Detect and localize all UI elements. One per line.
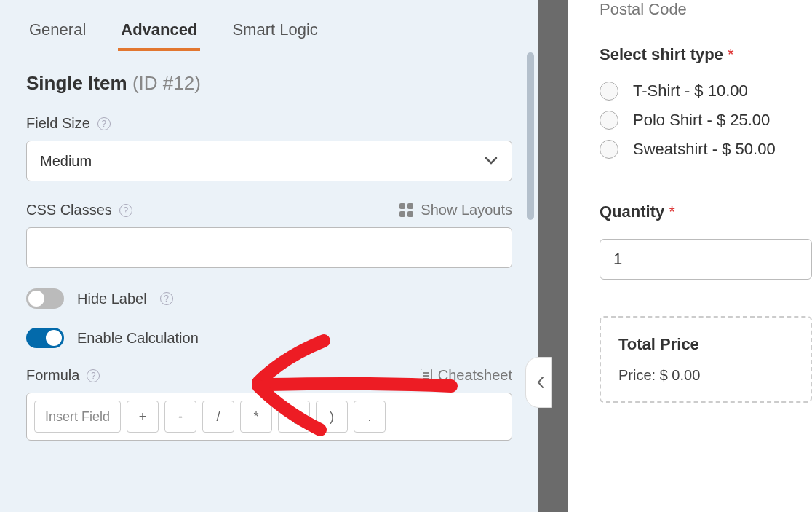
op-multiply-button[interactable]: *: [240, 401, 272, 433]
shirt-type-options: T-Shirt - $ 10.00 Polo Shirt - $ 25.00 S…: [600, 82, 812, 159]
show-layouts-button[interactable]: Show Layouts: [399, 202, 512, 218]
quantity-label: Quantity*: [600, 202, 812, 221]
radio-label: T-Shirt - $ 10.00: [633, 82, 748, 101]
panel-divider: [538, 0, 568, 512]
op-plus-button[interactable]: +: [127, 401, 159, 433]
cheatsheet-label: Cheatsheet: [438, 367, 512, 384]
section-id: (ID #12): [132, 72, 201, 94]
chevron-left-icon: [536, 375, 545, 390]
op-rparen-button[interactable]: ): [316, 401, 348, 433]
tabs: General Advanced Smart Logic: [26, 0, 512, 50]
tab-general[interactable]: General: [26, 15, 89, 50]
quantity-input[interactable]: [600, 239, 812, 280]
scrollbar[interactable]: [527, 52, 534, 220]
cheatsheet-link[interactable]: Cheatsheet: [421, 367, 512, 384]
op-divide-button[interactable]: /: [202, 401, 234, 433]
shirt-type-label: Select shirt type*: [600, 45, 812, 64]
insert-field-button[interactable]: Insert Field: [34, 401, 121, 433]
total-price: Price: $ 0.00: [618, 367, 793, 384]
total-price-box: Total Price Price: $ 0.00: [600, 316, 812, 403]
enable-calculation-toggle[interactable]: [26, 328, 64, 348]
help-icon[interactable]: ?: [87, 369, 100, 382]
radio-sweatshirt[interactable]: Sweatshirt - $ 50.00: [600, 140, 812, 159]
field-size-select[interactable]: Medium: [26, 141, 512, 181]
radio-polo[interactable]: Polo Shirt - $ 25.00: [600, 111, 812, 130]
document-icon: [421, 369, 432, 383]
radio-label: Sweatshirt - $ 50.00: [633, 140, 776, 159]
radio-label: Polo Shirt - $ 25.00: [633, 111, 770, 130]
section-name: Single Item: [26, 72, 127, 94]
formula-toolbar: Insert Field + - / * ( ) .: [26, 393, 512, 441]
grid-icon: [399, 203, 413, 217]
enable-calculation-text: Enable Calculation: [77, 330, 199, 347]
postal-code-label: Postal Code: [600, 0, 812, 19]
help-icon[interactable]: ?: [119, 204, 132, 217]
preview-panel: Postal Code Select shirt type* T-Shirt -…: [568, 0, 812, 512]
op-minus-button[interactable]: -: [164, 401, 196, 433]
formula-label: Formula: [26, 367, 79, 384]
op-dot-button[interactable]: .: [354, 401, 386, 433]
hide-label-toggle[interactable]: [26, 288, 64, 309]
css-classes-label: CSS Classes: [26, 202, 112, 218]
help-icon[interactable]: ?: [160, 292, 173, 305]
radio-icon: [600, 140, 618, 159]
hide-label-text: Hide Label: [77, 291, 147, 307]
op-lparen-button[interactable]: (: [278, 401, 310, 433]
section-title: Single Item (ID #12): [26, 72, 512, 95]
css-classes-input[interactable]: [26, 227, 512, 268]
settings-panel: General Advanced Smart Logic Single Item…: [0, 0, 538, 512]
total-title: Total Price: [618, 335, 793, 354]
radio-tshirt[interactable]: T-Shirt - $ 10.00: [600, 82, 812, 101]
collapse-panel-button[interactable]: [525, 357, 552, 408]
radio-icon: [600, 111, 618, 130]
show-layouts-label: Show Layouts: [421, 202, 512, 218]
radio-icon: [600, 82, 618, 101]
help-icon[interactable]: ?: [97, 117, 111, 130]
field-size-label: Field Size: [26, 115, 90, 132]
tab-advanced[interactable]: Advanced: [118, 15, 200, 51]
tab-smart-logic[interactable]: Smart Logic: [229, 15, 320, 50]
